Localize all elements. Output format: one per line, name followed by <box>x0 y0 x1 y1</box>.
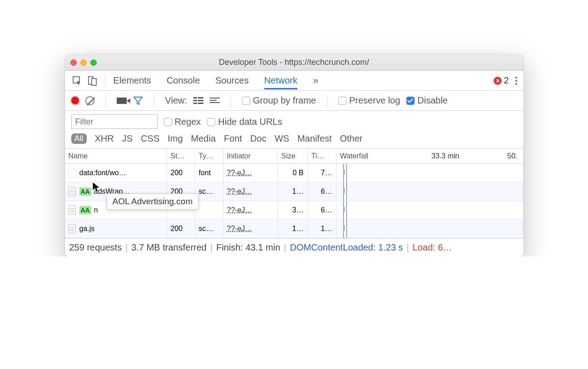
footer-load: Load: 6… <box>413 242 452 253</box>
separator <box>154 95 154 107</box>
cell-waterfall <box>336 201 524 219</box>
cell-waterfall <box>336 164 524 182</box>
clear-button[interactable] <box>85 96 94 105</box>
preserve-log-checkbox[interactable]: Preserve log <box>338 95 400 106</box>
cell-time: 7… <box>308 164 336 182</box>
separator <box>327 95 327 107</box>
devtools-window: Developer Tools - https://techcrunch.com… <box>65 54 524 256</box>
regex-checkbox[interactable]: Regex <box>164 117 201 127</box>
filter-row: Regex Hide data URLs <box>65 111 524 131</box>
type-filter-img[interactable]: Img <box>168 133 183 144</box>
cell-type: font <box>195 164 223 182</box>
svg-rect-6 <box>198 100 203 101</box>
large-rows-icon[interactable] <box>193 97 203 105</box>
type-filter-xhr[interactable]: XHR <box>95 133 114 144</box>
footer-requests: 259 requests <box>69 242 122 253</box>
filter-toggle-icon[interactable] <box>133 96 143 106</box>
small-rows-icon[interactable] <box>210 97 220 105</box>
tab-console[interactable]: Console <box>167 72 200 89</box>
waterfall-axis-1: 33.3 min <box>431 152 459 160</box>
status-footer: 259 requests| 3.7 MB transferred| Finish… <box>65 238 524 256</box>
tab-sources[interactable]: Sources <box>215 72 248 89</box>
cell-type: sc… <box>195 220 223 238</box>
separator <box>231 95 231 107</box>
tab-network[interactable]: Network <box>264 72 297 89</box>
type-filter-font[interactable]: Font <box>224 133 242 144</box>
col-name[interactable]: Name <box>65 149 167 163</box>
type-filter-css[interactable]: CSS <box>141 133 159 144</box>
table-row[interactable]: data:font/wo…200font??-eJ…0 B7… <box>65 164 524 182</box>
col-type[interactable]: Ty… <box>195 149 223 163</box>
type-filter-js[interactable]: JS <box>122 133 133 144</box>
type-filter-all[interactable]: All <box>71 133 87 144</box>
type-filter-ws[interactable]: WS <box>275 133 289 144</box>
cell-status: 200 <box>167 220 195 238</box>
table-row[interactable]: ga.js200sc…??-eJ…1…1… <box>65 220 524 238</box>
cell-time: 1… <box>308 220 336 238</box>
request-name: n <box>94 206 98 214</box>
type-filter-media[interactable]: Media <box>191 133 216 144</box>
cell-time: 6… <box>308 182 336 201</box>
col-initiator[interactable]: Initiator <box>223 149 278 163</box>
maximize-window-button[interactable] <box>90 59 97 66</box>
svg-rect-2 <box>92 79 96 85</box>
col-status[interactable]: St… <box>167 149 195 163</box>
more-tabs-button[interactable]: » <box>313 75 318 87</box>
tracker-badge: AA <box>79 206 91 214</box>
col-time[interactable]: Ti… <box>308 149 336 163</box>
col-size[interactable]: Size <box>278 149 308 163</box>
view-label: View: <box>165 95 188 106</box>
titlebar: Developer Tools - https://techcrunch.com… <box>65 54 524 71</box>
tab-elements[interactable]: Elements <box>114 72 151 89</box>
record-button[interactable] <box>71 97 79 104</box>
separator <box>105 75 105 87</box>
svg-rect-4 <box>198 97 203 98</box>
settings-menu-button[interactable] <box>514 75 519 87</box>
cell-size: 1… <box>278 220 308 238</box>
close-window-button[interactable] <box>70 59 77 66</box>
cell-initiator[interactable]: ??-eJ… <box>223 182 278 201</box>
group-by-frame-checkbox[interactable]: Group by frame <box>242 95 316 106</box>
cell-size: 0 B <box>278 164 308 182</box>
svg-rect-7 <box>193 103 197 104</box>
svg-rect-5 <box>193 100 197 101</box>
svg-rect-10 <box>210 100 217 101</box>
footer-finish: Finish: 43.1 min <box>216 242 280 253</box>
svg-rect-9 <box>210 98 220 98</box>
cell-initiator[interactable]: ??-eJ… <box>223 220 278 238</box>
traffic-lights <box>70 59 97 66</box>
inspect-element-icon[interactable] <box>69 76 85 86</box>
type-filter-doc[interactable]: Doc <box>250 133 267 144</box>
waterfall-axis-2: 50. <box>507 152 517 160</box>
cell-size: 3… <box>278 201 308 219</box>
cell-status: 200 <box>167 164 195 182</box>
table-header: Name St… Ty… Initiator Size Ti… Waterfal… <box>65 149 524 164</box>
screenshot-capture-icon[interactable] <box>117 98 127 104</box>
cell-type <box>195 201 223 219</box>
request-name: data:font/wo… <box>79 169 126 177</box>
filter-input[interactable] <box>71 114 158 129</box>
file-icon <box>69 168 76 177</box>
type-filter-manifest[interactable]: Manifest <box>297 133 332 144</box>
type-filter-row: All XHR JS CSS Img Media Font Doc WS Man… <box>65 131 524 149</box>
hide-data-urls-checkbox[interactable]: Hide data URLs <box>207 117 282 127</box>
footer-transferred: 3.7 MB transferred <box>131 242 207 253</box>
svg-rect-3 <box>193 97 197 98</box>
error-count-text: 2 <box>504 75 509 86</box>
cell-initiator[interactable]: ??-eJ… <box>223 164 278 182</box>
file-icon <box>69 187 76 196</box>
svg-rect-11 <box>210 102 220 103</box>
cell-size: 1… <box>278 182 308 201</box>
col-waterfall[interactable]: Waterfall 33.3 min 50. <box>336 149 524 163</box>
request-name: ga.js <box>79 225 95 233</box>
footer-domcontentloaded: DOMContentLoaded: 1.23 s <box>290 242 403 253</box>
window-title: Developer Tools - https://techcrunch.com… <box>65 58 524 67</box>
minimize-window-button[interactable] <box>80 59 87 66</box>
error-count-badge[interactable]: × 2 <box>494 75 509 86</box>
network-toolbar: View: Group by frame Preserve log Disabl… <box>65 91 524 111</box>
type-filter-other[interactable]: Other <box>340 133 362 144</box>
cell-initiator[interactable]: ??-eJ… <box>223 201 278 219</box>
hover-tooltip: AOL Advertising.com <box>107 193 199 210</box>
device-toggle-icon[interactable] <box>85 76 100 86</box>
disable-cache-checkbox[interactable]: Disable <box>406 95 448 106</box>
